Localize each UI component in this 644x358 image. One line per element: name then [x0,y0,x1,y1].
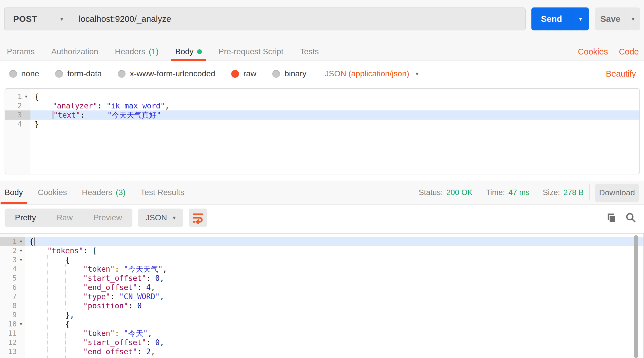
code-line-4[interactable]: 4 "token": "今天天气", [0,264,643,274]
token: "今天天气真好" [107,111,161,119]
url-input[interactable] [71,8,525,30]
body-type-binary[interactable]: binary [272,69,306,78]
response-body-editor[interactable]: 1▾{2▾ "tokens": [3▾ {4 "token": "今天天气",5… [0,233,644,358]
download-button[interactable]: Download [595,184,639,202]
response-actions [606,212,637,224]
code-line-4[interactable]: 4} [5,120,639,129]
tab-body[interactable]: Body [175,42,202,61]
indent-guide [47,283,65,292]
code-line-6[interactable]: 6 "end_offset": 4, [0,283,643,292]
token: { [29,237,34,246]
code-line-2[interactable]: 2 "analyzer": "ik_max_word", [5,101,639,110]
size-badge: Size:278 B [543,188,584,197]
cookies-link[interactable]: Cookies [578,47,608,57]
fold-spacer [17,338,25,347]
code-line-1[interactable]: 1▾{ [0,237,643,246]
token [29,329,47,338]
line-gutter: 2▾ [0,246,25,255]
line-number: 5 [0,274,17,283]
body-type-selector: noneform-datax-www-form-urlencodedrawbin… [9,64,644,83]
wrap-lines-button[interactable] [189,209,207,227]
body-type-x-www-form-urlencoded[interactable]: x-www-form-urlencoded [118,69,215,78]
code-content: }, [25,310,643,320]
send-button[interactable]: Send [531,7,572,30]
send-options-button[interactable]: ▾ [572,7,589,30]
line-number: 1 [5,92,22,101]
method-dropdown[interactable]: POST ▾ [5,8,71,30]
code-line-9[interactable]: 9 }, [0,310,643,320]
postman-app: POST ▾ Send ▾ Save ▾ ParamsAuthorization… [0,0,644,358]
line-gutter: 13 [0,347,25,356]
code-content: } [30,120,639,129]
tab-pre-request-script[interactable]: Pre-request Script [219,42,284,61]
response-scrollbar[interactable] [634,235,638,358]
code-line-14[interactable]: 14 "type": "CN_WORD", [0,356,643,358]
search-response-button[interactable] [625,212,637,224]
code-line-3[interactable]: 3▾ { [0,255,643,264]
response-tab-test-results[interactable]: Test Results [140,181,184,204]
request-tabs: ParamsAuthorizationHeaders(1)BodyPre-req… [7,42,319,61]
request-editor-lines: 1▾{2 "analyzer": "ik_max_word",3 "text":… [5,89,639,129]
body-type-none[interactable]: none [9,69,39,78]
response-tab-cookies[interactable]: Cookies [38,181,67,204]
content-type-dropdown[interactable]: JSON (application/json) ▾ [325,69,419,78]
token: 0 [155,338,160,347]
body-type-raw[interactable]: raw [231,69,256,78]
view-mode-pretty[interactable]: Pretty [5,209,46,227]
token [29,311,47,319]
radio-label: none [21,69,39,78]
fold-toggle-icon[interactable]: ▾ [17,255,25,264]
tab-label: Headers [115,47,145,56]
fold-toggle-icon[interactable]: ▾ [22,92,30,101]
request-body-editor[interactable]: 1▾{2 "analyzer": "ik_max_word",3 "text":… [5,88,640,174]
chevron-down-icon: ▾ [173,215,176,221]
tab-authorization[interactable]: Authorization [51,42,98,61]
code-line-11[interactable]: 11 "token": "今天", [0,329,643,338]
code-line-7[interactable]: 7 "type": "CN_WORD", [0,292,643,301]
token [29,265,47,273]
body-type-form-data[interactable]: form-data [55,69,102,78]
beautify-link[interactable]: Beautify [606,69,636,79]
fold-toggle-icon[interactable]: ▾ [17,320,25,329]
indent-guide [65,274,83,283]
status-badge: Status:200 OK [419,188,473,197]
fold-toggle-icon[interactable]: ▾ [17,246,25,255]
view-mode-preview[interactable]: Preview [83,209,132,227]
response-tab-body[interactable]: Body [5,181,23,204]
copy-response-button[interactable] [606,212,617,224]
indent-guide [65,264,83,274]
code-line-1[interactable]: 1▾{ [5,92,639,101]
text-cursor [34,238,35,246]
code-line-12[interactable]: 12 "start_offset": 0, [0,338,643,347]
view-mode-raw[interactable]: Raw [46,209,83,227]
tab-tests[interactable]: Tests [300,42,319,61]
code-line-2[interactable]: 2▾ "tokens": [ [0,246,643,255]
indent-guide [65,356,83,358]
response-format-dropdown[interactable]: JSON ▾ [138,209,183,227]
indent-guide [47,338,65,347]
tab-headers[interactable]: Headers(1) [115,42,159,61]
tab-params[interactable]: Params [7,42,34,61]
code-line-10[interactable]: 10▾ { [0,320,643,329]
response-tabs: BodyCookiesHeaders(3)Test Results [5,181,184,204]
meta-value: 278 B [563,188,584,197]
save-options-button[interactable]: ▾ [626,7,640,30]
save-button[interactable]: Save [595,7,626,30]
token: , [163,265,167,273]
response-tab-headers[interactable]: Headers(3) [82,181,126,204]
code-line-3[interactable]: 3 "text": "今天天气真好" [5,110,639,120]
url-bar: POST ▾ [4,7,526,30]
code-content: "text": "今天天气真好" [30,110,639,120]
meta-label: Status: [419,188,443,197]
copy-icon [606,212,617,224]
send-button-group: Send ▾ [531,7,589,30]
token [29,246,47,255]
code-line-13[interactable]: 13 "end_offset": 2, [0,347,643,356]
line-gutter: 4 [5,120,30,129]
code-link[interactable]: Code [619,47,639,57]
code-line-8[interactable]: 8 "position": 0 [0,301,643,310]
code-line-5[interactable]: 5 "start_offset": 0, [0,274,643,283]
indent-guide [47,292,65,301]
fold-toggle-icon[interactable]: ▾ [17,237,25,246]
token: "analyzer" [53,102,98,110]
